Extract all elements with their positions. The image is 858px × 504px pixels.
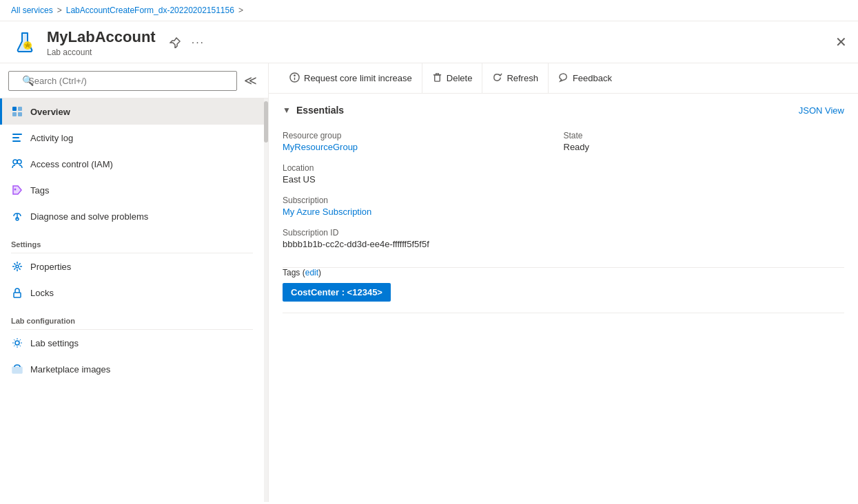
toolbar: Request core limit increase Delete Refre… xyxy=(269,63,858,94)
request-btn-label: Request core limit increase xyxy=(304,73,412,83)
lab-config-section-label: Lab configuration xyxy=(0,306,264,329)
breadcrumb-separator: > xyxy=(57,6,62,15)
diagnose-icon xyxy=(11,210,23,222)
sidebar-item-tags[interactable]: Tags xyxy=(0,177,264,203)
header-text: MyLabAccount Lab account xyxy=(47,28,156,57)
tags-text: Tags xyxy=(283,268,300,277)
state-item: State Ready xyxy=(564,127,845,159)
location-label: Location xyxy=(283,163,564,173)
access-control-label: Access control (IAM) xyxy=(30,159,113,169)
essentials-col-left: Resource group MyResourceGroup Location … xyxy=(283,127,564,256)
feedback-button[interactable]: Feedback xyxy=(549,63,622,93)
svg-point-15 xyxy=(15,341,19,345)
svg-rect-5 xyxy=(18,112,22,116)
tags-label: Tags xyxy=(30,185,49,196)
sidebar-item-marketplace-images[interactable]: Marketplace images xyxy=(0,356,264,382)
svg-rect-19 xyxy=(435,74,440,81)
svg-rect-3 xyxy=(18,107,22,111)
svg-rect-7 xyxy=(12,137,19,138)
sidebar-item-properties[interactable]: Properties xyxy=(0,253,264,280)
essentials-header: ▼ Essentials JSON View xyxy=(283,105,844,116)
sidebar-item-diagnose[interactable]: Diagnose and solve problems xyxy=(0,203,264,229)
subscription-item: Subscription My Azure Subscription xyxy=(283,191,564,224)
svg-point-9 xyxy=(13,160,17,164)
essentials-col-right: State Ready xyxy=(564,127,845,256)
content-area: Request core limit increase Delete Refre… xyxy=(269,63,858,502)
overview-label: Overview xyxy=(30,107,70,117)
search-input[interactable] xyxy=(8,71,237,91)
essentials-grid: Resource group MyResourceGroup Location … xyxy=(283,127,844,256)
breadcrumb-all-services[interactable]: All services xyxy=(11,6,53,15)
activity-log-label: Activity log xyxy=(30,133,73,143)
tags-icon xyxy=(11,184,23,196)
svg-point-11 xyxy=(14,189,17,191)
subscription-label: Subscription xyxy=(283,196,564,205)
breadcrumb: All services > LabAccountCreateForm_dx-2… xyxy=(0,0,858,21)
tags-section: Tags (edit) CostCenter : <12345> xyxy=(269,268,858,313)
sidebar-nav: Overview Activity log Access control (IA… xyxy=(0,98,264,502)
svg-rect-2 xyxy=(12,107,17,111)
breadcrumb-end-separator: > xyxy=(238,6,243,15)
sidebar-scrollbar-thumb xyxy=(264,101,268,143)
chevron-icon: ▼ xyxy=(283,105,291,115)
request-core-limit-button[interactable]: Request core limit increase xyxy=(280,63,422,93)
tags-label: Tags (edit) xyxy=(283,268,844,277)
svg-point-13 xyxy=(16,265,19,268)
svg-rect-14 xyxy=(14,293,21,297)
state-label: State xyxy=(564,131,845,140)
collapse-sidebar-button[interactable]: ≪ xyxy=(241,70,260,91)
state-value: Ready xyxy=(564,142,845,152)
subscription-id-item: Subscription ID bbbb1b1b-cc2c-dd3d-ee4e-… xyxy=(283,224,564,256)
more-button[interactable]: ··· xyxy=(189,34,207,52)
subscription-id-value: bbbb1b1b-cc2c-dd3d-ee4e-ffffff5f5f5f xyxy=(283,239,564,249)
subscription-id-label: Subscription ID xyxy=(283,228,564,238)
resource-group-value: MyResourceGroup xyxy=(283,142,564,152)
locks-icon xyxy=(11,286,23,299)
activity-log-icon xyxy=(11,132,23,144)
refresh-button[interactable]: Refresh xyxy=(482,63,549,93)
subscription-value: My Azure Subscription xyxy=(283,207,564,217)
tags-edit-link[interactable]: edit xyxy=(305,268,318,277)
breadcrumb-resource[interactable]: LabAccountCreateForm_dx-20220202151156 xyxy=(66,6,234,15)
resource-group-link[interactable]: MyResourceGroup xyxy=(283,142,358,152)
marketplace-icon xyxy=(11,363,23,375)
svg-rect-6 xyxy=(12,134,22,135)
svg-rect-8 xyxy=(12,140,21,142)
delete-icon xyxy=(432,72,442,85)
sidebar: 🔍 ≪ Overview Activity xyxy=(0,63,269,502)
json-view-link[interactable]: JSON View xyxy=(799,105,844,116)
sidebar-scrollbar[interactable] xyxy=(264,98,268,502)
location-item: Location East US xyxy=(283,159,564,191)
resource-title: MyLabAccount xyxy=(47,28,156,46)
sidebar-item-activity-log[interactable]: Activity log xyxy=(0,125,264,151)
search-bar: 🔍 ≪ xyxy=(0,63,268,98)
sidebar-item-overview[interactable]: Overview xyxy=(0,98,264,125)
main-layout: 🔍 ≪ Overview Activity xyxy=(0,63,858,502)
lab-settings-icon xyxy=(11,337,23,349)
subscription-link[interactable]: My Azure Subscription xyxy=(283,207,371,217)
resource-icon xyxy=(11,29,39,56)
essentials-title: ▼ Essentials xyxy=(283,105,344,116)
close-button[interactable]: ✕ xyxy=(835,34,847,50)
essentials-section: ▼ Essentials JSON View Resource group My… xyxy=(269,94,858,267)
sidebar-item-access-control[interactable]: Access control (IAM) xyxy=(0,151,264,177)
svg-rect-0 xyxy=(21,32,28,34)
refresh-btn-label: Refresh xyxy=(507,73,538,83)
resource-group-item: Resource group MyResourceGroup xyxy=(283,127,564,159)
delete-button[interactable]: Delete xyxy=(422,63,483,93)
access-control-icon xyxy=(11,158,23,170)
pin-button[interactable] xyxy=(167,34,183,51)
tag-value: CostCenter : <12345> xyxy=(291,287,382,297)
sidebar-item-locks[interactable]: Locks xyxy=(0,280,264,306)
locks-label: Locks xyxy=(30,288,54,298)
properties-label: Properties xyxy=(30,262,71,272)
delete-btn-label: Delete xyxy=(447,73,473,83)
lab-settings-label: Lab settings xyxy=(30,338,79,348)
essentials-title-text: Essentials xyxy=(296,105,344,116)
request-icon xyxy=(289,72,300,85)
settings-section-label: Settings xyxy=(0,229,264,253)
bottom-divider xyxy=(283,313,844,313)
resource-header: MyLabAccount Lab account ··· ✕ xyxy=(0,21,858,63)
sidebar-item-lab-settings[interactable]: Lab settings xyxy=(0,330,264,356)
sidebar-content: Overview Activity log Access control (IA… xyxy=(0,98,268,502)
